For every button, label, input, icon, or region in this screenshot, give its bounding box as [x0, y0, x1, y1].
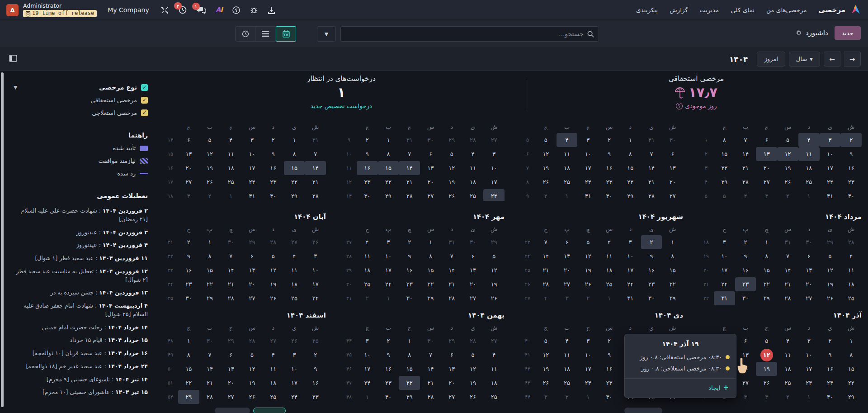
day-cell[interactable]: ۲۱ — [199, 376, 221, 390]
day-cell[interactable]: ۳۰ — [641, 291, 662, 305]
day-cell[interactable]: ۷ — [199, 348, 221, 362]
app-logo-icon[interactable] — [850, 4, 862, 16]
day-cell[interactable]: ۲۶ — [820, 291, 841, 305]
day-cell-holiday[interactable]: ۲ — [840, 133, 862, 147]
day-cell[interactable]: ۲۳ — [599, 175, 620, 189]
day-cell[interactable]: ۷ — [399, 147, 420, 161]
day-cell[interactable]: ۴ — [557, 334, 578, 348]
download-icon[interactable] — [268, 6, 275, 14]
day-cell[interactable]: ۳ — [357, 334, 378, 348]
day-cell[interactable]: ۹ — [599, 147, 620, 161]
day-cell[interactable]: ۱۳ — [178, 147, 199, 161]
day-cell[interactable]: ۲۲ — [420, 277, 441, 291]
day-cell-other-month[interactable]: ۲۸ — [462, 133, 484, 147]
day-cell[interactable]: ۱۲ — [483, 263, 505, 277]
day-cell-other-month[interactable]: ۱ — [378, 291, 399, 305]
day-cell[interactable]: ۱۱ — [263, 362, 284, 376]
day-cell[interactable]: ۱۹ — [241, 376, 263, 390]
sidebar-toggle-icon[interactable] — [9, 55, 17, 62]
activity-clock-icon[interactable]: ۳ — [179, 6, 187, 14]
day-cell[interactable]: ۸ — [284, 147, 305, 161]
day-cell-holiday[interactable]: ۱۴ — [399, 161, 420, 175]
day-cell[interactable]: ۱۸ — [777, 362, 798, 376]
day-cell[interactable]: ۲۲ — [756, 277, 777, 291]
day-cell[interactable]: ۶ — [735, 334, 756, 348]
clipped-event-pill[interactable] — [624, 408, 662, 413]
day-cell[interactable]: ۲۸ — [399, 189, 420, 201]
day-cell[interactable]: ۲ — [820, 334, 841, 348]
menu-item[interactable]: مرخصی‌های من — [766, 6, 807, 14]
day-cell[interactable]: ۱۸ — [462, 175, 484, 189]
day-cell-other-month[interactable]: ۳۰ — [199, 334, 221, 348]
day-cell[interactable]: ۸ — [178, 348, 199, 362]
day-cell[interactable]: ۱۵ — [756, 263, 777, 277]
day-cell[interactable]: ۵ — [577, 235, 599, 249]
day-cell[interactable]: ۱۷ — [577, 362, 599, 376]
day-cell-other-month[interactable]: ۲۷ — [284, 235, 305, 249]
day-cell[interactable]: ۱۱ — [483, 362, 505, 376]
day-cell[interactable]: ۸ — [378, 147, 399, 161]
day-cell[interactable]: ۲۶ — [441, 189, 462, 201]
day-cell[interactable]: ۱۳ — [241, 263, 263, 277]
day-cell[interactable]: ۲۷ — [462, 291, 484, 305]
day-cell-other-month[interactable]: ۳۱ — [777, 235, 798, 249]
day-cell[interactable]: ۲۸ — [441, 291, 462, 305]
day-cell[interactable]: ۱۷ — [284, 376, 305, 390]
day-cell[interactable]: ۱۹ — [199, 161, 221, 175]
day-cell-other-month[interactable]: ۴ — [535, 291, 557, 305]
day-cell[interactable]: ۳ — [577, 133, 599, 147]
day-cell[interactable]: ۳ — [241, 133, 263, 147]
day-cell-other-month[interactable]: ۲۹ — [441, 334, 462, 348]
day-cell[interactable]: ۷ — [305, 147, 326, 161]
day-cell[interactable]: ۲۹ — [399, 390, 420, 404]
day-cell[interactable]: ۳۱ — [620, 291, 641, 305]
day-cell[interactable]: ۹ — [263, 147, 284, 161]
day-cell[interactable]: ۷ — [420, 348, 441, 362]
day-cell[interactable]: ۴ — [599, 235, 620, 249]
day-cell[interactable]: ۲۱ — [641, 175, 662, 189]
day-cell[interactable]: ۱۱ — [557, 348, 578, 362]
day-cell[interactable]: ۲۳ — [399, 277, 420, 291]
day-cell-other-month[interactable]: ۲ — [777, 189, 798, 201]
day-cell[interactable]: ۸ — [399, 348, 420, 362]
day-cell[interactable]: ۸ — [840, 348, 862, 362]
day-cell[interactable]: ۱۸ — [599, 263, 620, 277]
tools-icon[interactable] — [161, 6, 169, 14]
day-cell[interactable]: ۲۷ — [241, 291, 263, 305]
day-cell-other-month[interactable]: ۲۸ — [263, 235, 284, 249]
day-cell[interactable]: ۲ — [178, 235, 199, 249]
day-cell[interactable]: ۲۷ — [220, 390, 241, 404]
day-cell[interactable]: ۱۸ — [557, 362, 578, 376]
day-cell[interactable]: ۲۹ — [199, 291, 221, 305]
day-cell-other-month[interactable]: ۲۷ — [483, 334, 505, 348]
day-cell[interactable]: ۲۸ — [305, 189, 326, 201]
day-cell[interactable]: ۲۰ — [441, 376, 462, 390]
day-cell[interactable]: ۹ — [820, 348, 841, 362]
day-cell[interactable]: ۲۴ — [378, 277, 399, 291]
day-cell[interactable]: ۲۳ — [599, 376, 620, 390]
day-cell[interactable]: ۱ — [178, 334, 199, 348]
day-cell-other-month[interactable]: ۲ — [357, 291, 378, 305]
day-cell[interactable]: ۷ — [535, 235, 557, 249]
day-cell[interactable]: ۲۷ — [420, 189, 441, 201]
day-cell[interactable]: ۲۴ — [798, 376, 820, 390]
day-cell[interactable]: ۲۰ — [420, 175, 441, 189]
day-cell-other-month[interactable]: ۲ — [577, 291, 599, 305]
day-cell[interactable]: ۲ — [357, 133, 378, 147]
day-cell[interactable]: ۲۵ — [483, 390, 505, 404]
day-cell[interactable]: ۲۹ — [420, 291, 441, 305]
day-cell[interactable]: ۲۵ — [462, 189, 484, 201]
leave-type-filter-header[interactable]: ✓ نوع مرخصی ▼ — [14, 84, 148, 91]
leave-type-checkbox[interactable]: ✓ — [141, 109, 148, 116]
day-cell[interactable]: ۴ — [357, 235, 378, 249]
day-cell[interactable]: ۵ — [777, 133, 798, 147]
day-cell[interactable]: ۲۶ — [756, 376, 777, 390]
day-cell[interactable]: ۹ — [840, 147, 862, 161]
day-cell[interactable]: ۳۰ — [735, 291, 756, 305]
day-cell[interactable]: ۳۰ — [599, 189, 620, 201]
day-cell[interactable]: ۳۰ — [357, 189, 378, 201]
day-cell[interactable]: ۱۶ — [305, 376, 326, 390]
day-cell-holiday[interactable]: ۱۵ — [284, 161, 305, 175]
day-cell[interactable]: ۸ — [420, 249, 441, 263]
day-cell[interactable]: ۴ — [284, 249, 305, 263]
